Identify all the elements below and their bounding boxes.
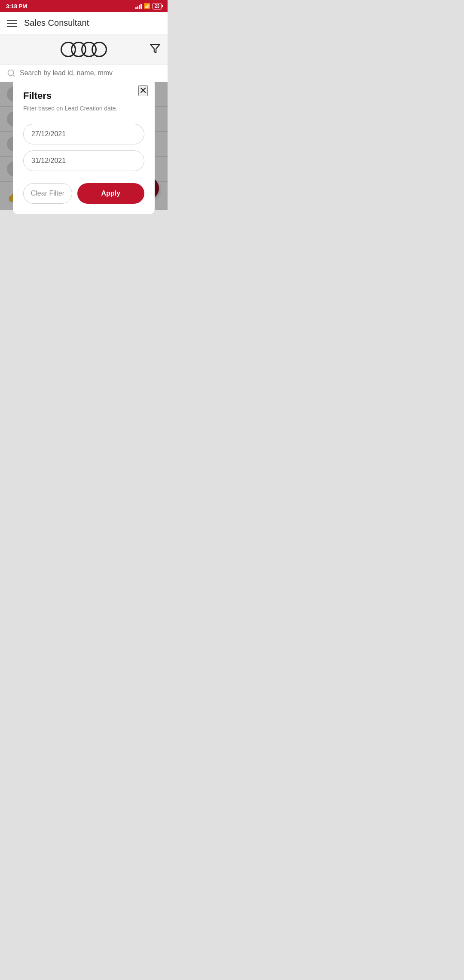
audi-logo <box>61 42 107 57</box>
audi-ring-4 <box>92 42 107 57</box>
search-input[interactable] <box>20 69 161 77</box>
modal-close-button[interactable]: ✕ <box>138 85 148 96</box>
wifi-icon: 📶 <box>144 3 150 9</box>
filter-modal: ✕ Filters Filter based on Lead Creation … <box>13 78 155 214</box>
modal-actions: Clear Filter Apply <box>23 183 144 204</box>
page-title: Sales Consultant <box>24 18 89 28</box>
status-icons: 📶 23 <box>135 3 162 9</box>
modal-title: Filters <box>23 90 144 101</box>
modal-overlay: ✕ Filters Filter based on Lead Creation … <box>0 82 168 210</box>
time-display: 3:18 PM <box>6 3 27 9</box>
filter-icon[interactable] <box>150 43 161 56</box>
svg-line-2 <box>13 75 15 77</box>
logo-bar <box>0 34 168 64</box>
bg-content: 👍 Deal Closed (3) + ✕ Filters Filter bas… <box>0 82 168 210</box>
search-icon <box>7 69 15 77</box>
clear-filter-button[interactable]: Clear Filter <box>23 183 72 204</box>
hamburger-menu-icon[interactable] <box>7 20 17 27</box>
modal-subtitle: Filter based on Lead Creation date. <box>23 105 144 112</box>
battery-icon: 23 <box>153 3 162 9</box>
apply-button[interactable]: Apply <box>77 183 144 204</box>
start-date-input[interactable] <box>23 124 144 144</box>
signal-icon <box>135 3 142 9</box>
svg-marker-0 <box>150 44 160 53</box>
status-bar: 3:18 PM 📶 23 <box>0 0 168 12</box>
end-date-input[interactable] <box>23 150 144 171</box>
app-header: Sales Consultant <box>0 12 168 34</box>
